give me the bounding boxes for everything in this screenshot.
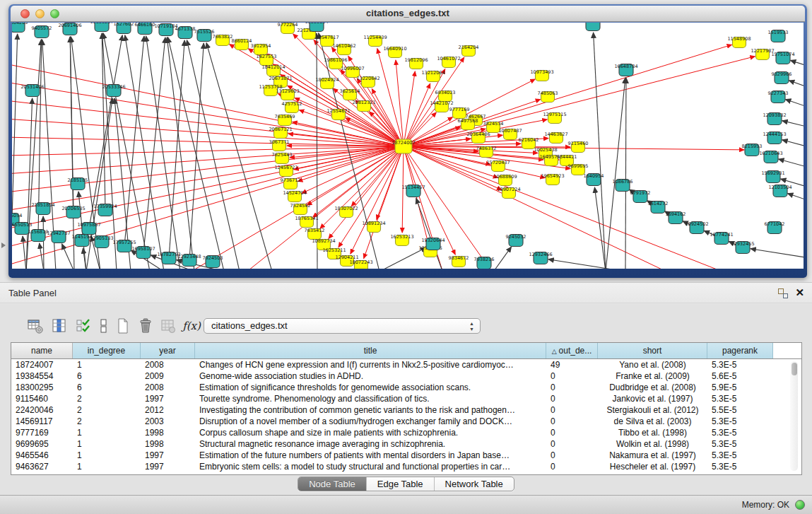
graph-node-label: 18412014: [261, 64, 285, 70]
panel-grip-arrow[interactable]: [1, 243, 6, 248]
graph-node-label: 9227343: [768, 90, 789, 96]
table-cell: 0: [546, 461, 598, 472]
graph-node-label: 1086786: [613, 179, 633, 185]
graph-node-label: 8660124: [232, 38, 252, 44]
table-cell: Yano et al. (2008): [598, 359, 707, 370]
create-column-button[interactable]: [113, 316, 133, 336]
table-mode-button[interactable]: [25, 316, 45, 336]
table-cell: 22420046: [11, 404, 73, 416]
table-row[interactable]: 2242004622012Investigating the contribut…: [11, 404, 801, 416]
show-columns-icon: [51, 317, 68, 334]
graph-node-label: 6791972: [630, 190, 651, 196]
function-builder-button[interactable]: ƒ(x): [180, 316, 204, 336]
network-window-titlebar[interactable]: citations_edges.txt: [11, 6, 805, 22]
tab-edge-table[interactable]: Edge Table: [366, 477, 434, 491]
graph-node-label: 10807487: [498, 128, 522, 134]
show-columns-button[interactable]: [49, 316, 69, 336]
table-source-dropdown[interactable]: citations_edges.txt ▲▼: [204, 318, 481, 334]
column-header-out-degree[interactable]: △out_de...: [546, 343, 598, 358]
graph-edge: [493, 247, 512, 269]
graph-node-label: 19654923: [541, 173, 564, 179]
table-cell: Corpus callosum shape and size in male p…: [195, 427, 546, 438]
graph-node-label: 15134457: [401, 185, 425, 190]
table-row[interactable]: 977716911998Corpus callosum shape and si…: [11, 427, 801, 438]
graph-edge: [789, 81, 804, 88]
graph-node-label: 6550513: [12, 222, 32, 228]
zoom-window-button[interactable]: [50, 9, 59, 18]
header-filler: [773, 343, 801, 358]
graph-node-label: 10025438: [534, 147, 557, 153]
column-visibility-button[interactable]: [73, 316, 93, 336]
graph-edge: [167, 37, 194, 269]
column-header-title[interactable]: title: [195, 343, 546, 358]
scrollbar-thumb[interactable]: [792, 363, 797, 375]
table-panel-body: ƒ(x) citations_edges.txt ▲▼ name in_degr…: [0, 304, 812, 495]
node-table: name in_degree year title △out_de... sho…: [11, 342, 802, 475]
table-row[interactable]: 1872400712008Changes of HCN gene express…: [11, 359, 801, 370]
table-vertical-scrollbar[interactable]: [790, 361, 798, 471]
table-header-row: name in_degree year title △out_de... sho…: [11, 343, 801, 359]
graph-edge: [206, 43, 272, 269]
table-cell: 1: [73, 461, 141, 472]
table-cell: Stergiakouli et al. (2012): [598, 404, 707, 416]
table-source-value: citations_edges.txt: [211, 320, 288, 331]
table-cell: 2008: [141, 359, 195, 370]
graph-node-label: 12942737: [47, 230, 70, 236]
network-view-window[interactable]: citations_edges.txt 20642099405572206914…: [8, 4, 807, 278]
table-row[interactable]: 946554611997Estimation of the future num…: [11, 450, 801, 461]
float-panel-icon[interactable]: [778, 288, 788, 298]
network-graph[interactable]: 2064209940557220691406106532871527602646…: [12, 23, 804, 269]
graph-edge: [12, 34, 17, 213]
table-cell: 18300295: [11, 382, 73, 393]
graph-node-label: 20812321: [352, 100, 375, 105]
graph-node-label: 12456721: [274, 165, 298, 170]
table-cell: Hescheler et al. (1997): [598, 461, 707, 472]
graph-node-label: 3625614: [340, 88, 360, 94]
graph-edge: [170, 40, 185, 252]
table-row[interactable]: 911546021997Tourette syndrome. Phenomeno…: [11, 393, 801, 404]
column-header-pagerank[interactable]: pagerank: [707, 343, 773, 358]
table-cell: Estimation of significance thresholds fo…: [195, 382, 546, 393]
graph-node-label: 18765341: [295, 216, 318, 221]
column-header-in-degree[interactable]: in_degree: [73, 343, 141, 358]
close-panel-icon[interactable]: ✕: [795, 286, 804, 299]
graph-node-label: 9834672: [449, 255, 469, 261]
table-row[interactable]: 946362711997Embryonic stem cells: a mode…: [11, 461, 801, 472]
graph-node-label: 20673871: [269, 76, 292, 81]
graph-edge: [299, 110, 397, 144]
column-header-year[interactable]: year: [141, 343, 195, 358]
table-cell: Disruption of a novel member of a sodium…: [195, 416, 546, 427]
table-row[interactable]: 969969511998Structural magnetic resonanc…: [11, 438, 801, 450]
import-table-button[interactable]: [158, 316, 178, 336]
tab-node-table[interactable]: Node Table: [298, 477, 366, 491]
memory-status-indicator[interactable]: [795, 500, 805, 510]
graph-node-label: 7924503: [203, 255, 223, 261]
table-row[interactable]: 1938455462009Genome-wide association stu…: [11, 370, 801, 382]
graph-node-label: 18307022: [334, 206, 358, 211]
close-window-button[interactable]: [20, 9, 30, 18]
column-header-short[interactable]: short: [598, 343, 707, 358]
row-height-button[interactable]: [93, 316, 113, 336]
sort-ascending-icon: △: [552, 348, 557, 355]
graph-node-label: 15320644: [421, 238, 445, 243]
table-cell: Franke et al. (2009): [598, 370, 707, 382]
minimize-window-button[interactable]: [35, 9, 45, 18]
create-column-icon: [114, 317, 131, 334]
table-cell: 5.3E-5: [707, 427, 773, 438]
table-cell: Nakamura et al. (1997): [598, 450, 707, 461]
graph-node-label: 9736712: [281, 177, 301, 183]
table-cell: 0: [546, 427, 598, 438]
delete-columns-button[interactable]: [136, 316, 155, 336]
column-header-name[interactable]: name: [11, 343, 73, 358]
graph-edge: [625, 78, 626, 269]
tab-network-table[interactable]: Network Table: [434, 477, 514, 491]
graph-edge: [416, 198, 443, 269]
graph-node-label: 13129603: [276, 88, 299, 94]
table-row[interactable]: 1830029562008Estimation of significance …: [11, 382, 801, 393]
table-row[interactable]: 1456911722003Disruption of a novel membe…: [11, 416, 801, 427]
graph-node-label: 13220642: [356, 76, 379, 81]
graph-node-label: 1627553: [257, 54, 277, 59]
graph-node-label: 1694162: [666, 211, 686, 217]
graph-node-label: 13212064: [421, 70, 445, 76]
network-view-canvas[interactable]: 2064209940557220691406106532871527602646…: [12, 23, 804, 269]
